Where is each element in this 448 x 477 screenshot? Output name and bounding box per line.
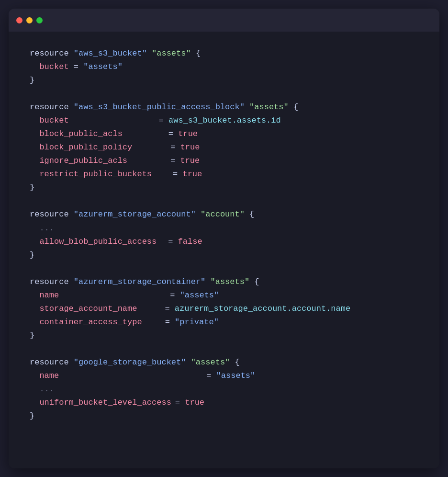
line: uniform_bucket_level_access= true xyxy=(30,396,418,409)
line: } xyxy=(30,409,418,423)
line: } xyxy=(30,74,418,87)
line: container_access_type= "private" xyxy=(30,316,418,329)
line: } xyxy=(30,181,418,194)
code-block-1: resource "aws_s3_bucket" "assets" { buck… xyxy=(30,47,418,87)
line: ... xyxy=(30,383,418,396)
maximize-button[interactable] xyxy=(36,17,43,23)
line: resource "aws_s3_bucket_public_access_bl… xyxy=(30,101,418,114)
titlebar xyxy=(9,9,439,32)
line: resource "azurerm_storage_container" "as… xyxy=(30,275,418,289)
line: name= "assets" xyxy=(30,369,418,383)
line: name= "assets" xyxy=(30,289,418,302)
code-block-4: resource "azurerm_storage_container" "as… xyxy=(30,275,418,342)
line: restrict_public_buckets= true xyxy=(30,168,418,181)
line: block_public_policy= true xyxy=(30,141,418,154)
code-block-3: resource "azurerm_storage_account" "acco… xyxy=(30,208,418,261)
code-editor: resource "aws_s3_bucket" "assets" { buck… xyxy=(9,32,439,452)
line: } xyxy=(30,249,418,262)
line: ignore_public_acls= true xyxy=(30,154,418,168)
line: allow_blob_public_access= false xyxy=(30,235,418,249)
line: block_public_acls= true xyxy=(30,127,418,141)
code-block-2: resource "aws_s3_bucket_public_access_bl… xyxy=(30,101,418,194)
line: resource "aws_s3_bucket" "assets" { xyxy=(30,47,418,60)
close-button[interactable] xyxy=(16,17,22,23)
line: resource "azurerm_storage_account" "acco… xyxy=(30,208,418,221)
line: } xyxy=(30,329,418,342)
line: storage_account_name= azurerm_storage_ac… xyxy=(30,302,418,316)
minimize-button[interactable] xyxy=(26,17,33,23)
code-window: resource "aws_s3_bucket" "assets" { buck… xyxy=(9,9,439,468)
code-block-5: resource "google_storage_bucket" "assets… xyxy=(30,356,418,423)
line: resource "google_storage_bucket" "assets… xyxy=(30,356,418,369)
line: bucket= aws_s3_bucket.assets.id xyxy=(30,114,418,127)
line: bucket = "assets" xyxy=(30,60,418,74)
line: ... xyxy=(30,222,418,235)
